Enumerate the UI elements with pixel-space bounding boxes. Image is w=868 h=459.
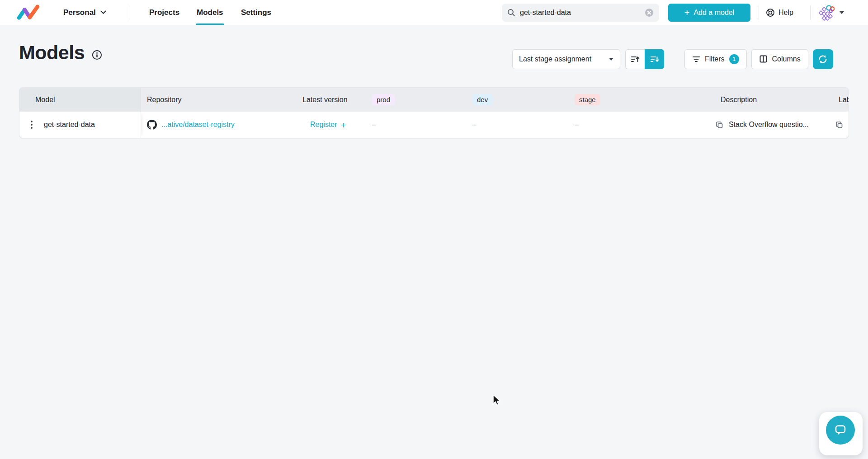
nav-projects-label: Projects (149, 8, 179, 17)
divider (130, 5, 130, 20)
filter-icon (692, 56, 700, 63)
info-icon[interactable] (92, 50, 102, 60)
mouse-cursor (491, 394, 502, 407)
plus-icon: + (684, 8, 690, 17)
sort-descending-icon (650, 55, 659, 64)
search-icon (507, 9, 515, 17)
lifebuoy-icon (766, 8, 775, 17)
chevron-down-icon (100, 10, 106, 14)
column-header-repository: Repository (141, 88, 297, 112)
column-header-stage: stage (571, 88, 714, 112)
empty-value: – (472, 121, 476, 129)
column-header-repository-label: Repository (147, 96, 181, 104)
refresh-icon (818, 54, 828, 64)
add-model-label: Add a model (693, 9, 734, 17)
help-button[interactable]: Help (766, 0, 793, 25)
kebab-icon (31, 121, 33, 129)
close-icon (645, 8, 654, 17)
divider (759, 5, 759, 20)
add-model-button[interactable]: + Add a model (668, 4, 750, 22)
row-menu-button[interactable] (26, 117, 38, 132)
column-header-description: Description (714, 88, 834, 112)
chevron-down-icon (840, 11, 844, 14)
empty-value: – (575, 121, 579, 129)
empty-value: – (372, 121, 376, 129)
column-header-prod: prod (368, 88, 469, 112)
chat-bubble-icon (833, 423, 848, 437)
page-title: Models (19, 42, 85, 64)
sort-by-value: Last stage assignment (519, 55, 591, 63)
plus-icon: + (341, 120, 346, 130)
nav-projects[interactable]: Projects (149, 0, 179, 25)
column-header-latest-version-label: Latest version (302, 96, 348, 104)
description-text: Stack Overflow questio... (729, 121, 809, 129)
search-box (502, 4, 659, 22)
latest-version-cell: Register + (297, 120, 368, 130)
github-icon (147, 120, 157, 130)
stage-cell: – (571, 121, 714, 129)
labels-cell (834, 121, 849, 129)
repository-link[interactable]: ...ative/dataset-registry (161, 121, 235, 129)
model-name-link[interactable]: get-started-data (44, 121, 95, 129)
column-header-description-label: Description (715, 96, 757, 104)
column-header-labels: Lab (834, 88, 849, 112)
copy-icon (715, 121, 723, 129)
sort-descending-button[interactable] (645, 49, 664, 69)
column-header-latest-version: Latest version (297, 88, 368, 112)
nav-models-label: Models (197, 8, 223, 17)
prod-stage-pill: prod (372, 94, 395, 105)
filters-count-badge: 1 (729, 54, 739, 64)
columns-icon (759, 55, 768, 63)
register-version-link[interactable]: Register + (310, 120, 346, 130)
filters-button[interactable]: Filters 1 (684, 49, 747, 69)
columns-button[interactable]: Columns (751, 49, 808, 69)
account-menu[interactable] (818, 0, 844, 25)
column-header-dev: dev (469, 88, 571, 112)
sort-ascending-icon (631, 55, 640, 64)
chat-launcher-button[interactable] (826, 416, 855, 445)
sort-by-select[interactable]: Last stage assignment (512, 49, 620, 69)
models-table: Model Repository Latest version prod dev… (19, 87, 849, 138)
workspace-label: Personal (63, 8, 96, 17)
nav-models[interactable]: Models (197, 0, 223, 25)
repository-cell: ...ative/dataset-registry (141, 120, 297, 130)
search-input[interactable] (520, 9, 640, 17)
register-label: Register (310, 121, 337, 129)
workspace-switcher[interactable]: Personal (63, 0, 106, 25)
model-cell: get-started-data (19, 112, 141, 138)
column-header-model: Model (19, 88, 141, 112)
refresh-button[interactable] (813, 49, 833, 69)
nav-settings[interactable]: Settings (241, 0, 271, 25)
columns-label: Columns (772, 55, 801, 63)
copy-icon (835, 121, 843, 129)
avatar (818, 5, 835, 21)
column-header-model-label: Model (35, 96, 55, 104)
dev-cell: – (469, 121, 571, 129)
prod-cell: – (368, 121, 469, 129)
chevron-down-icon (609, 58, 613, 61)
sort-direction-group (625, 49, 664, 69)
page-header: Models (19, 42, 102, 64)
divider (810, 5, 811, 20)
top-bar: Personal Projects Models Settings + Add … (0, 0, 868, 25)
filters-label: Filters (705, 55, 725, 63)
description-cell: Stack Overflow questio... (714, 121, 834, 129)
sort-ascending-button[interactable] (625, 49, 645, 69)
clear-search-button[interactable] (645, 8, 654, 17)
column-header-labels-label: Lab (835, 96, 849, 104)
nav-settings-label: Settings (241, 8, 271, 17)
copy-labels-button[interactable] (835, 121, 843, 129)
table-controls: Last stage assignment Filters 1 Colum (512, 49, 833, 69)
table-header-row: Model Repository Latest version prod dev… (19, 88, 849, 112)
dev-stage-pill: dev (472, 94, 492, 105)
table-row: get-started-data ...ative/dataset-regist… (19, 112, 849, 138)
studio-logo-icon[interactable] (15, 4, 42, 21)
stage-stage-pill: stage (575, 94, 600, 105)
copy-description-button[interactable] (715, 121, 723, 129)
help-label: Help (778, 9, 793, 17)
